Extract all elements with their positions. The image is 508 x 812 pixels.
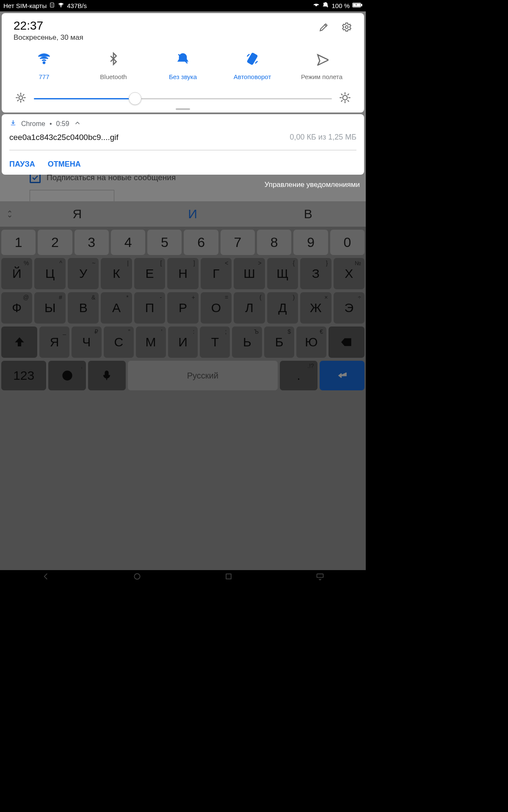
- key-2[interactable]: 2: [38, 230, 72, 255]
- svg-line-29: [348, 101, 349, 102]
- qs-tile-rotate[interactable]: Автоповорот: [229, 52, 275, 80]
- key-М[interactable]: М': [136, 326, 166, 358]
- key-0[interactable]: 0: [330, 230, 364, 255]
- key-Ц[interactable]: Ц^: [34, 258, 65, 289]
- chevron-up-icon[interactable]: [74, 119, 81, 129]
- svg-line-28: [341, 94, 342, 95]
- key-Н[interactable]: Н]: [167, 258, 198, 289]
- key-backspace[interactable]: [329, 326, 364, 358]
- key-П[interactable]: П-: [134, 292, 165, 324]
- key-Я[interactable]: Я_: [39, 326, 69, 358]
- key-4[interactable]: 4: [111, 230, 145, 255]
- suggestion-3[interactable]: В: [250, 207, 366, 221]
- qs-tile-mute[interactable]: Без звука: [160, 52, 206, 80]
- key-С[interactable]: С": [104, 326, 134, 358]
- key-6[interactable]: 6: [184, 230, 218, 255]
- key-3[interactable]: 3: [75, 230, 109, 255]
- key-9[interactable]: 9: [293, 230, 328, 255]
- key-Р[interactable]: Р+: [167, 292, 198, 324]
- qs-tile-airplane[interactable]: Режим полета: [299, 52, 345, 80]
- key-К[interactable]: К|: [101, 258, 132, 289]
- key-А[interactable]: А*: [101, 292, 132, 324]
- key-Ю[interactable]: Ю€: [296, 326, 326, 358]
- qs-time: 22:37: [14, 19, 83, 33]
- nav-recent-icon[interactable]: [224, 572, 233, 582]
- key-5[interactable]: 5: [147, 230, 182, 255]
- key-У[interactable]: У~: [68, 258, 99, 289]
- key-Ь[interactable]: ЬЪ: [232, 326, 262, 358]
- key-Т[interactable]: Т;: [200, 326, 230, 358]
- key-О[interactable]: О=: [201, 292, 232, 324]
- pause-button[interactable]: ПАУЗА: [9, 160, 35, 169]
- nav-hide-keyboard-icon[interactable]: [316, 572, 324, 582]
- qs-tile-label: Автоповорот: [234, 73, 271, 80]
- svg-point-23: [343, 96, 348, 100]
- svg-point-11: [43, 62, 45, 63]
- key-emoji[interactable]: ,: [48, 361, 86, 390]
- key-shift[interactable]: [1, 326, 37, 358]
- wifi-icon: [37, 52, 51, 67]
- slider-thumb[interactable]: [129, 92, 141, 105]
- key-space[interactable]: Русский: [128, 361, 278, 390]
- key-З[interactable]: З}: [300, 258, 331, 289]
- brightness-high-icon: [340, 92, 351, 105]
- key-mic[interactable]: [88, 361, 126, 390]
- notif-progress: [9, 150, 356, 151]
- svg-point-37: [68, 374, 69, 375]
- notif-sep: •: [50, 120, 52, 128]
- qs-tile-wifi[interactable]: 777: [21, 52, 67, 80]
- download-notification[interactable]: Chrome • 0:59 cee0a1c843c25c0400bc9....g…: [2, 114, 364, 175]
- key-Ф[interactable]: Ф@: [1, 292, 32, 324]
- download-icon: [9, 119, 17, 129]
- net-speed: 437B/s: [67, 2, 87, 9]
- qs-date: Воскресенье, 30 мая: [14, 33, 83, 42]
- brightness-low-icon: [15, 92, 26, 105]
- notif-size: 0,00 КБ из 1,25 МБ: [290, 133, 356, 142]
- battery-icon: [352, 2, 362, 9]
- svg-line-21: [17, 100, 18, 101]
- key-Л[interactable]: Л(: [234, 292, 265, 324]
- expand-suggestions-icon[interactable]: [0, 209, 19, 219]
- svg-point-35: [63, 371, 72, 380]
- key-Х[interactable]: Х№: [334, 258, 364, 289]
- sim-alert-icon: [49, 2, 55, 9]
- key-Д[interactable]: Д): [267, 292, 298, 324]
- manage-notifications-link[interactable]: Управление уведомлениями: [265, 181, 360, 189]
- mute-icon: [322, 2, 329, 10]
- slider-track[interactable]: [34, 98, 332, 99]
- key-Э[interactable]: Э÷: [334, 292, 364, 324]
- wifi-icon: [58, 2, 64, 10]
- key-И[interactable]: И:: [168, 326, 198, 358]
- rotate-icon: [246, 52, 259, 67]
- qs-tile-bluetooth[interactable]: Bluetooth: [91, 52, 136, 80]
- key-7[interactable]: 7: [221, 230, 255, 255]
- cancel-button[interactable]: ОТМЕНА: [48, 160, 81, 169]
- suggestion-1[interactable]: Я: [19, 207, 135, 221]
- key-enter[interactable]: [320, 361, 364, 390]
- key-1[interactable]: 1: [1, 230, 36, 255]
- key-Ч[interactable]: Ч₽: [72, 326, 102, 358]
- nav-back-icon[interactable]: [41, 572, 50, 582]
- key-period[interactable]: ..!?: [280, 361, 318, 390]
- mute-icon: [176, 52, 190, 67]
- key-Ш[interactable]: Ш>: [234, 258, 265, 289]
- key-В[interactable]: В&: [68, 292, 99, 324]
- notif-time: 0:59: [56, 120, 69, 128]
- key-Щ[interactable]: Щ{: [267, 258, 298, 289]
- key-Б[interactable]: Б$: [264, 326, 294, 358]
- key-Ж[interactable]: Ж×: [300, 292, 331, 324]
- suggestion-2[interactable]: И: [135, 207, 251, 221]
- key-Г[interactable]: Г<: [201, 258, 232, 289]
- key-Ы[interactable]: Ы#: [34, 292, 65, 324]
- key-Е[interactable]: Е[: [134, 258, 165, 289]
- key-8[interactable]: 8: [257, 230, 291, 255]
- qs-tile-label: Без звука: [169, 73, 197, 80]
- key-mode-123[interactable]: 123: [1, 361, 46, 390]
- panel-grabber[interactable]: [176, 108, 190, 110]
- gear-icon[interactable]: [341, 22, 352, 34]
- brightness-slider[interactable]: [15, 92, 351, 105]
- key-Й[interactable]: Й%: [1, 258, 32, 289]
- nav-home-icon[interactable]: [133, 572, 141, 582]
- keyboard: 1234567890 Й%Ц^У~К|Е[Н]Г<Ш>Щ{З}Х№ Ф@Ы#В&…: [0, 227, 366, 570]
- edit-icon[interactable]: [318, 22, 329, 34]
